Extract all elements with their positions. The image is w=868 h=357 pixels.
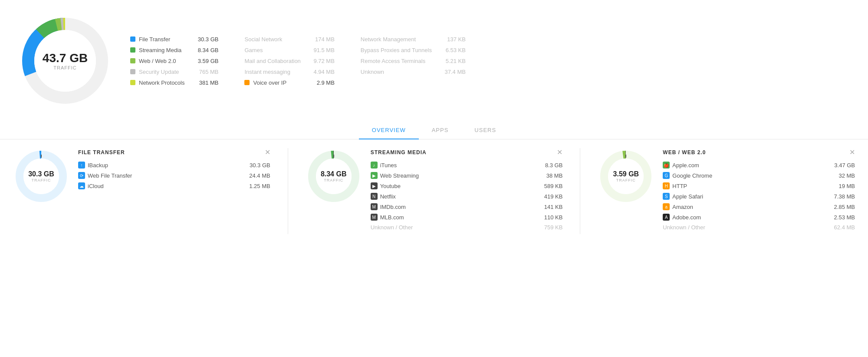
card-row: H HTTP 19 MB xyxy=(663,182,855,189)
webstreaming-icon: ▶ xyxy=(371,172,378,179)
card-row: G Google Chrome 32 MB xyxy=(663,172,855,179)
legend-dot-security xyxy=(130,69,135,74)
legend-name-unknown: Unknown xyxy=(361,69,384,75)
web-close[interactable]: ✕ xyxy=(849,148,855,156)
apple-icon: 🍎 xyxy=(663,162,670,169)
web-unknown-name: Unknown / Other xyxy=(663,224,705,231)
legend-name-netmgmt: Network Management xyxy=(361,36,416,43)
card-streaming: 8.34 GB TRAFFIC STREAMING MEDIA ✕ ♪ iTun… xyxy=(306,148,563,234)
file-transfer-title: FILE TRANSFER xyxy=(78,149,125,155)
web-value: 3.59 GB xyxy=(613,170,639,178)
legend-name-im: Instant messaging xyxy=(244,69,290,75)
legend-item: Web / Web 2.0 3.59 GB xyxy=(130,58,218,64)
netflix-name: Netflix xyxy=(380,193,396,200)
itunes-name: iTunes xyxy=(380,162,397,169)
apple-name: Apple.com xyxy=(672,162,699,169)
tab-users[interactable]: USERS xyxy=(461,122,509,139)
main-traffic-value: 43.7 GB xyxy=(43,52,88,65)
streaming-donut: 8.34 GB TRAFFIC xyxy=(306,148,362,205)
legend-value-security: 765 MB xyxy=(188,69,218,75)
legend-item: Instant messaging 4.94 MB xyxy=(244,69,334,75)
legend-value-network-protocols: 381 MB xyxy=(188,79,218,86)
legend-item: Mail and Collaboration 9.72 MB xyxy=(244,58,334,64)
legend-item: Network Protocols 381 MB xyxy=(130,79,218,86)
apple-value: 3.47 GB xyxy=(834,162,855,169)
tabs-section: OVERVIEW APPS USERS xyxy=(0,122,868,139)
legend-name-web: Web / Web 2.0 xyxy=(139,58,176,64)
youtube-name: Youtube xyxy=(380,183,401,189)
file-transfer-close[interactable]: ✕ xyxy=(265,148,270,156)
legend-name-streaming: Streaming Media xyxy=(139,47,181,53)
web-title: WEB / WEB 2.0 xyxy=(663,149,706,155)
webstreaming-value: 38 MB xyxy=(546,172,563,179)
legend-name-remote: Remote Access Terminals xyxy=(361,58,425,64)
icloud-value: 1.25 MB xyxy=(249,183,270,189)
web-donut-center: 3.59 GB TRAFFIC xyxy=(613,170,639,182)
main-donut-center: 43.7 GB TRAFFIC xyxy=(43,52,88,70)
ibackup-icon: ↑ xyxy=(78,162,85,169)
chrome-name: Google Chrome xyxy=(672,172,712,179)
chrome-icon: G xyxy=(663,172,670,179)
main-traffic-label: TRAFFIC xyxy=(43,65,88,70)
ibackup-value: 30.3 GB xyxy=(250,162,270,169)
card-row: A Adobe.com 2.53 MB xyxy=(663,214,855,221)
card-row: M MLB.com 110 KB xyxy=(371,214,563,221)
streaming-label: TRAFFIC xyxy=(321,178,347,182)
legend-value-web: 3.59 GB xyxy=(188,58,218,64)
file-transfer-value: 30.3 GB xyxy=(28,170,54,178)
adobe-value: 2.53 MB xyxy=(834,214,855,221)
legend-name-security: Security Update xyxy=(139,69,179,75)
youtube-icon: ▶ xyxy=(371,182,378,189)
adobe-icon: A xyxy=(663,214,670,221)
chrome-value: 32 MB xyxy=(838,172,855,179)
streaming-value: 8.34 GB xyxy=(321,170,347,178)
legend-dot-voip xyxy=(244,80,250,85)
card-file-transfer: 30.3 GB TRAFFIC FILE TRANSFER ✕ ↑ IBacku… xyxy=(13,148,270,205)
legend-name-mail: Mail and Collaboration xyxy=(244,58,300,64)
card-row: ♪ iTunes 8.3 GB xyxy=(371,162,563,169)
legend-section: File Transfer 30.3 GB Streaming Media 8.… xyxy=(130,36,851,86)
legend-dot-web xyxy=(130,58,135,63)
streaming-donut-center: 8.34 GB TRAFFIC xyxy=(321,170,347,182)
webfiletransfer-name: Web File Transfer xyxy=(88,172,132,179)
legend-name-file-transfer: File Transfer xyxy=(139,36,170,43)
streaming-header: STREAMING MEDIA ✕ xyxy=(371,148,563,156)
card-row: Unknown / Other 62.4 MB xyxy=(663,224,855,231)
webstreaming-name: Web Streaming xyxy=(380,172,419,179)
legend-item: Network Management 137 KB xyxy=(361,36,466,43)
file-transfer-donut: 30.3 GB TRAFFIC xyxy=(13,148,69,205)
legend-name-bypass: Bypass Proxies and Tunnels xyxy=(361,47,432,53)
safari-icon: S xyxy=(663,193,670,200)
webfiletransfer-value: 24.4 MB xyxy=(249,172,270,179)
tab-overview[interactable]: OVERVIEW xyxy=(359,122,419,139)
web-unknown-value: 62.4 MB xyxy=(834,224,855,231)
legend-value-social: 174 MB xyxy=(304,36,335,43)
tab-apps[interactable]: APPS xyxy=(419,122,462,139)
mlb-value: 110 KB xyxy=(544,214,563,221)
ibackup-name: IBackup xyxy=(88,162,108,169)
legend-value-streaming: 8.34 GB xyxy=(188,47,218,53)
streaming-content: STREAMING MEDIA ✕ ♪ iTunes 8.3 GB ▶ Web … xyxy=(371,148,563,234)
legend-value-mail: 9.72 MB xyxy=(304,58,335,64)
legend-value-remote: 5.21 KB xyxy=(435,58,466,64)
main-donut-chart: 43.7 GB TRAFFIC xyxy=(17,13,113,109)
amazon-icon: a xyxy=(663,203,670,210)
legend-value-voip: 2.9 MB xyxy=(304,79,335,86)
imdb-name: IMDb.com xyxy=(380,204,406,210)
legend-value-unknown: 37.4 MB xyxy=(435,69,466,75)
divider-1 xyxy=(288,148,288,234)
mlb-icon: M xyxy=(371,214,378,221)
legend-item: Remote Access Terminals 5.21 KB xyxy=(361,58,466,64)
web-header: WEB / WEB 2.0 ✕ xyxy=(663,148,855,156)
streaming-close[interactable]: ✕ xyxy=(557,148,562,156)
card-row: ▶ Web Streaming 38 MB xyxy=(371,172,563,179)
legend-item: Streaming Media 8.34 GB xyxy=(130,47,218,53)
file-transfer-header: FILE TRANSFER ✕ xyxy=(78,148,270,156)
legend-dot-network-protocols xyxy=(130,80,135,85)
legend-item: Voice over IP 2.9 MB xyxy=(244,79,334,86)
legend-col-2: Social Network 174 MB Games 91.5 MB Mail… xyxy=(244,36,334,86)
itunes-icon: ♪ xyxy=(371,162,378,169)
legend-item: File Transfer 30.3 GB xyxy=(130,36,218,43)
amazon-value: 2.85 MB xyxy=(834,204,855,210)
legend-dot-streaming xyxy=(130,47,135,53)
